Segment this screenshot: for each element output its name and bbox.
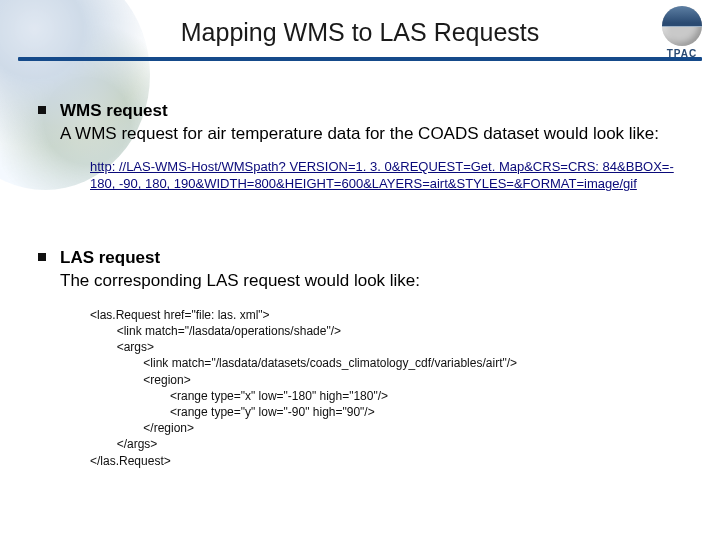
bullet-icon xyxy=(38,253,46,261)
las-xml-code: <las.Request href="file: las. xml"> <lin… xyxy=(90,307,690,469)
bullet-icon xyxy=(38,106,46,114)
slide-title: Mapping WMS to LAS Requests xyxy=(0,18,720,53)
title-bar: Mapping WMS to LAS Requests xyxy=(0,18,720,61)
title-divider xyxy=(18,57,702,61)
wms-heading-strong: WMS request xyxy=(60,101,168,120)
wms-url-link[interactable]: http: //LAS-WMS-Host/WMSpath? VERSION=1.… xyxy=(90,158,690,193)
las-heading-strong: LAS request xyxy=(60,248,160,267)
tpac-logo-label: TPAC xyxy=(654,48,710,59)
globe-icon xyxy=(662,6,702,46)
wms-heading: WMS request A WMS request for air temper… xyxy=(60,100,659,146)
slide-body: WMS request A WMS request for air temper… xyxy=(38,100,690,469)
bullet-las-request: LAS request The corresponding LAS reques… xyxy=(38,247,690,293)
wms-url-line1: http: //LAS-WMS-Host/WMSpath? VERSION=1.… xyxy=(90,159,674,174)
tpac-logo: TPAC xyxy=(654,6,710,59)
bullet-wms-request: WMS request A WMS request for air temper… xyxy=(38,100,690,146)
wms-url-line2: 180, -90, 180, 190&WIDTH=800&HEIGHT=600&… xyxy=(90,176,637,191)
las-heading-text: The corresponding LAS request would look… xyxy=(60,271,420,290)
las-heading: LAS request The corresponding LAS reques… xyxy=(60,247,420,293)
wms-heading-text: A WMS request for air temperature data f… xyxy=(60,124,659,143)
